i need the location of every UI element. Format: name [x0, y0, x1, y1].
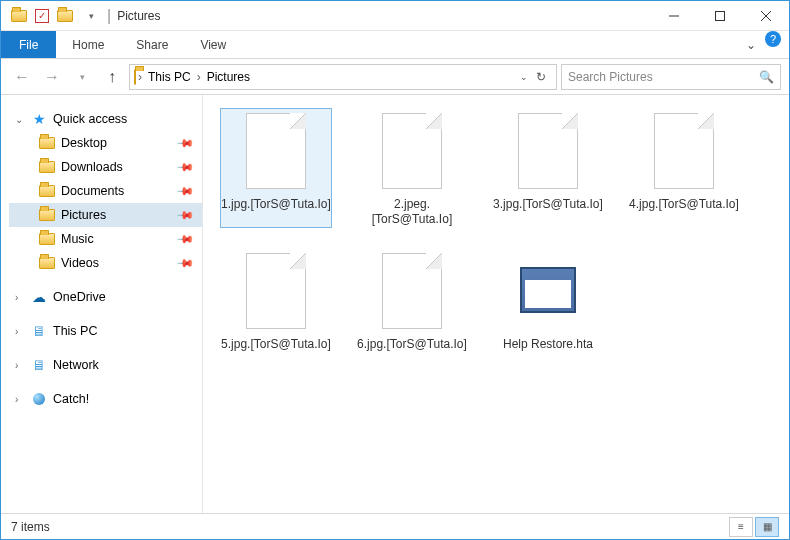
sidebar-item-label: OneDrive [53, 290, 106, 304]
expand-icon[interactable]: › [15, 292, 29, 303]
files-pane[interactable]: 1.jpg.[TorS@Tuta.Io]2.jpeg.[TorS@Tuta.Io… [203, 95, 789, 513]
sidebar-item-network[interactable]: ›🖥Network [9, 353, 202, 377]
sidebar-item-downloads[interactable]: Downloads📌 [9, 155, 202, 179]
pin-icon: 📌 [175, 157, 194, 176]
search-icon[interactable]: 🔍 [759, 70, 774, 84]
expand-icon[interactable]: › [15, 326, 29, 337]
icons-view-button[interactable]: ▦ [755, 517, 779, 537]
explorer-app-icon [9, 6, 29, 26]
title-separator: | [107, 7, 111, 25]
blank-file-icon [246, 113, 306, 189]
sidebar-item-label: Network [53, 358, 99, 372]
breadcrumb[interactable]: › This PC › Pictures ⌄ ↻ [129, 64, 557, 90]
folder-icon [37, 159, 57, 175]
pin-icon: 📌 [175, 253, 194, 272]
sidebar-item-videos[interactable]: Videos📌 [9, 251, 202, 275]
file-item[interactable]: 5.jpg.[TorS@Tuta.Io] [221, 249, 331, 352]
sidebar-item-catch-[interactable]: ›Catch! [9, 387, 202, 411]
star-icon: ★ [29, 111, 49, 127]
pin-icon: 📌 [175, 133, 194, 152]
folder-icon [37, 183, 57, 199]
refresh-icon[interactable]: ↻ [536, 70, 546, 84]
catch-icon [29, 391, 49, 407]
recent-locations-dropdown[interactable]: ▾ [69, 64, 95, 90]
sidebar-item-desktop[interactable]: Desktop📌 [9, 131, 202, 155]
back-button[interactable]: ← [9, 64, 35, 90]
maximize-button[interactable] [697, 1, 743, 31]
sidebar-item-label: Videos [61, 256, 99, 270]
file-name: 3.jpg.[TorS@Tuta.Io] [493, 197, 603, 212]
address-bar: ← → ▾ ↑ › This PC › Pictures ⌄ ↻ 🔍 [1, 59, 789, 95]
sidebar-item-documents[interactable]: Documents📌 [9, 179, 202, 203]
cloud-icon: ☁ [29, 289, 49, 305]
expand-icon[interactable]: › [15, 360, 29, 371]
sidebar-item-label: Catch! [53, 392, 89, 406]
file-name: 5.jpg.[TorS@Tuta.Io] [221, 337, 331, 352]
item-count: 7 items [11, 520, 50, 534]
file-tab[interactable]: File [1, 31, 56, 58]
sidebar-item-label: Music [61, 232, 94, 246]
sidebar-item-pictures[interactable]: Pictures📌 [9, 203, 202, 227]
folder-icon [37, 231, 57, 247]
sidebar-item-this-pc[interactable]: ›🖥This PC [9, 319, 202, 343]
close-button[interactable] [743, 1, 789, 31]
hta-app-icon [520, 267, 576, 313]
address-dropdown-icon[interactable]: ⌄ [520, 72, 528, 82]
tab-view[interactable]: View [184, 31, 242, 58]
file-item[interactable]: 4.jpg.[TorS@Tuta.Io] [629, 109, 739, 227]
blank-file-icon [518, 113, 578, 189]
pc-icon: 🖥 [29, 357, 49, 373]
sidebar-item-label: Quick access [53, 112, 127, 126]
breadcrumb-item[interactable]: Pictures [203, 70, 254, 84]
qat-dropdown-icon[interactable]: ▾ [81, 6, 101, 26]
titlebar: ✓ ▾ | Pictures [1, 1, 789, 31]
help-icon[interactable]: ? [765, 31, 781, 47]
minimize-button[interactable] [651, 1, 697, 31]
folder-icon [37, 255, 57, 271]
file-item[interactable]: 6.jpg.[TorS@Tuta.Io] [357, 249, 467, 352]
details-view-button[interactable]: ≡ [729, 517, 753, 537]
expand-icon[interactable]: › [15, 394, 29, 405]
sidebar-item-label: Desktop [61, 136, 107, 150]
sidebar-item-label: This PC [53, 324, 97, 338]
file-item[interactable]: 3.jpg.[TorS@Tuta.Io] [493, 109, 603, 227]
collapse-icon[interactable]: ⌄ [15, 114, 29, 125]
sidebar-item-quick-access[interactable]: ⌄ ★ Quick access [9, 107, 202, 131]
file-name: 6.jpg.[TorS@Tuta.Io] [357, 337, 467, 352]
sidebar-item-label: Pictures [61, 208, 106, 222]
navigation-pane[interactable]: ⌄ ★ Quick access Desktop📌Downloads📌Docum… [1, 95, 203, 513]
ribbon-expand-icon[interactable]: ⌄ [737, 31, 765, 58]
pin-icon: 📌 [175, 229, 194, 248]
breadcrumb-item[interactable]: This PC [144, 70, 195, 84]
tab-home[interactable]: Home [56, 31, 120, 58]
pin-icon: 📌 [175, 205, 194, 224]
file-item[interactable]: 2.jpeg.[TorS@Tuta.Io] [357, 109, 467, 227]
chevron-right-icon[interactable]: › [136, 70, 144, 84]
file-name: 2.jpeg.[TorS@Tuta.Io] [357, 197, 467, 227]
qat-new-folder-icon[interactable] [55, 6, 75, 26]
properties-checkbox-icon[interactable]: ✓ [35, 9, 49, 23]
file-name: Help Restore.hta [493, 337, 603, 352]
pc-icon: 🖥 [29, 323, 49, 339]
file-item[interactable]: 1.jpg.[TorS@Tuta.Io] [221, 109, 331, 227]
folder-icon [37, 135, 57, 151]
sidebar-item-music[interactable]: Music📌 [9, 227, 202, 251]
up-button[interactable]: ↑ [99, 64, 125, 90]
status-bar: 7 items ≡ ▦ [1, 513, 789, 539]
folder-icon [134, 70, 136, 84]
ribbon: File Home Share View ⌄ ? [1, 31, 789, 59]
file-name: 1.jpg.[TorS@Tuta.Io] [221, 197, 331, 212]
blank-file-icon [382, 253, 442, 329]
sidebar-item-label: Documents [61, 184, 124, 198]
sidebar-item-label: Downloads [61, 160, 123, 174]
file-item[interactable]: Help Restore.hta [493, 249, 603, 352]
svg-rect-1 [716, 11, 725, 20]
tab-share[interactable]: Share [120, 31, 184, 58]
search-box[interactable]: 🔍 [561, 64, 781, 90]
search-input[interactable] [568, 70, 759, 84]
sidebar-item-onedrive[interactable]: ›☁OneDrive [9, 285, 202, 309]
quick-access-toolbar: ✓ ▾ [1, 6, 101, 26]
blank-file-icon [382, 113, 442, 189]
chevron-right-icon[interactable]: › [195, 70, 203, 84]
forward-button[interactable]: → [39, 64, 65, 90]
